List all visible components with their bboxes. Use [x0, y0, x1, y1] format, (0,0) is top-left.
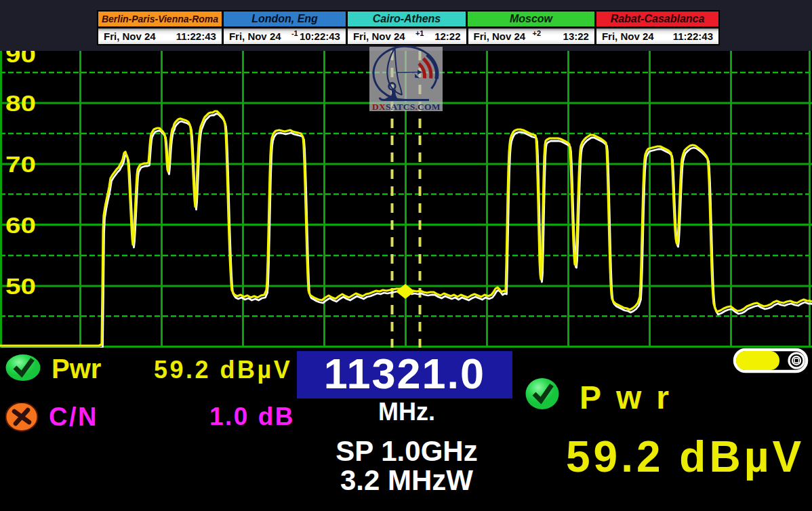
svg-text:90: 90 [5, 51, 36, 67]
svg-text:50: 50 [5, 274, 36, 299]
svg-text:70: 70 [5, 152, 36, 177]
svg-text:80: 80 [5, 91, 36, 116]
svg-text:DXSATCS.COM: DXSATCS.COM [372, 102, 441, 112]
svg-text:60: 60 [5, 213, 36, 238]
